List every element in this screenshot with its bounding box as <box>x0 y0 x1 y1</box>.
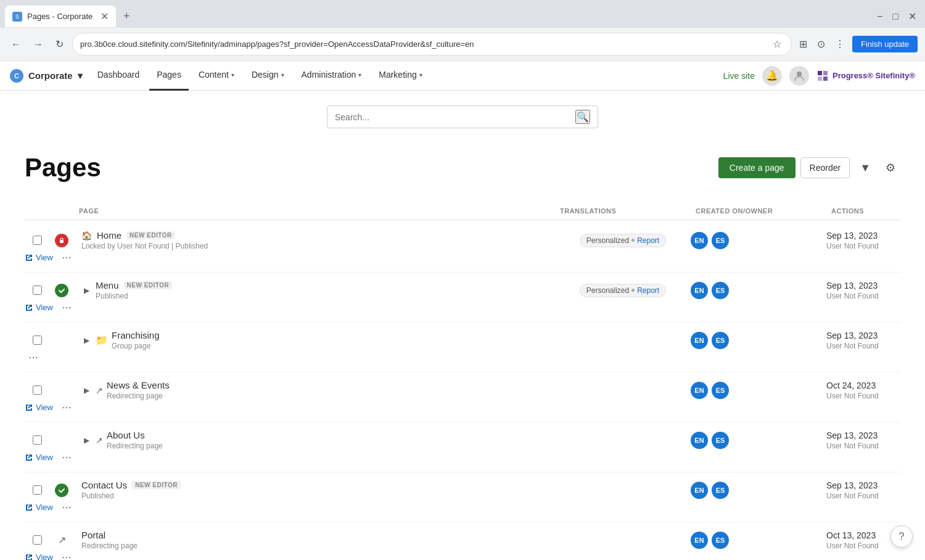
more-actions-2[interactable]: ⋯ <box>58 300 75 315</box>
page-name-col-4: News & Events Redirecting page <box>107 380 170 400</box>
table-row: ↗ Portal Redirecting page EN ES Oct 13, … <box>25 522 900 560</box>
minimize-icon[interactable]: − <box>873 9 886 25</box>
marketing-arrow-icon: ▾ <box>419 72 422 78</box>
nav-item-administration[interactable]: Administration ▾ <box>294 61 369 91</box>
settings-icon[interactable]: ⚙ <box>881 156 900 179</box>
more-actions-3[interactable]: ⋯ <box>25 350 42 364</box>
redirect-icon-5: ↗ <box>96 435 103 445</box>
nav-right: Live site 🔔 Progress® Sitefinity® <box>723 66 915 86</box>
search-input[interactable] <box>335 112 575 122</box>
close-tab-icon[interactable]: ✕ <box>101 10 109 22</box>
page-title: Pages <box>25 153 101 183</box>
row-checkbox-5[interactable] <box>25 435 49 445</box>
lang-es-badge-6[interactable]: ES <box>712 482 729 499</box>
row-checkbox-4[interactable] <box>25 385 49 395</box>
expand-franchising-button[interactable]: ▶ <box>81 335 92 346</box>
created-col-3: Sep 13, 2023 User Not Found <box>826 331 900 350</box>
created-col-5: Sep 13, 2023 User Not Found <box>826 430 900 450</box>
more-actions-7[interactable]: ⋯ <box>58 550 75 560</box>
view-link-7[interactable]: View <box>25 553 53 560</box>
new-tab-button[interactable]: + <box>118 5 135 28</box>
extensions-icon[interactable]: ⊞ <box>797 36 810 52</box>
reorder-button[interactable]: Reorder <box>800 157 850 178</box>
created-col-6: Sep 13, 2023 User Not Found <box>826 480 900 500</box>
pages-header: Pages Create a page Reorder ▼ ⚙ <box>25 138 900 202</box>
help-button[interactable]: ? <box>890 525 913 548</box>
live-site-link[interactable]: Live site <box>723 71 755 81</box>
redirect-page-icon-7: ↗ <box>58 534 66 546</box>
table-row: ▶ ↗ About Us Redirecting page EN ES Sep … <box>25 422 900 472</box>
more-actions-5[interactable]: ⋯ <box>58 450 75 464</box>
nav-item-dashboard[interactable]: Dashboard <box>90 61 147 91</box>
brand-icon: C <box>10 69 23 83</box>
row-checkbox-2[interactable] <box>25 286 49 295</box>
search-icon[interactable]: 🔍 <box>575 110 590 124</box>
notifications-icon[interactable]: 🔔 <box>762 66 782 86</box>
row-checkbox-3[interactable] <box>25 336 49 345</box>
create-page-button[interactable]: Create a page <box>718 157 796 178</box>
page-name-col-7: Portal Redirecting page <box>81 530 138 550</box>
row-checkbox-6[interactable] <box>25 485 49 495</box>
lang-es-badge-7[interactable]: ES <box>712 532 729 549</box>
user-avatar[interactable] <box>789 66 809 86</box>
report-link-1[interactable]: Report <box>637 236 659 245</box>
lang-en-badge-6[interactable]: EN <box>691 482 708 499</box>
lang-en-badge-7[interactable]: EN <box>691 532 708 549</box>
profile-icon[interactable]: ⊙ <box>815 36 828 52</box>
nav-item-content[interactable]: Content ▾ <box>191 61 242 91</box>
view-link-6[interactable]: View <box>25 503 53 512</box>
lang-en-badge-2[interactable]: EN <box>691 282 708 299</box>
lang-en-badge-3[interactable]: EN <box>691 332 708 349</box>
lang-es-badge-5[interactable]: ES <box>712 432 729 449</box>
home-icon: 🏠 <box>81 231 92 241</box>
nav-item-pages[interactable]: Pages <box>149 61 189 91</box>
active-tab[interactable]: S Pages - Corporate ✕ <box>5 6 116 27</box>
forward-button[interactable]: → <box>30 36 47 52</box>
expand-menu-button[interactable]: ▶ <box>81 285 92 296</box>
lang-en-badge[interactable]: EN <box>691 232 708 249</box>
svg-rect-5 <box>60 240 64 243</box>
settings-menu-icon[interactable]: ⋮ <box>832 36 847 52</box>
lang-es-badge[interactable]: ES <box>712 232 729 249</box>
admin-arrow-icon: ▾ <box>358 72 361 78</box>
lang-es-badge-2[interactable]: ES <box>712 282 729 299</box>
more-actions-1[interactable]: ⋯ <box>58 250 75 265</box>
lang-en-badge-5[interactable]: EN <box>691 432 708 449</box>
row-page-info-7: Portal Redirecting page <box>74 530 555 550</box>
redirect-icon-4: ↗ <box>96 385 103 395</box>
table-row: 🏠 Home NEW EDITOR Locked by User Not Fou… <box>25 223 900 273</box>
refresh-button[interactable]: ↻ <box>52 36 67 52</box>
created-col-7: Oct 13, 2023 User Not Found <box>826 530 900 550</box>
view-link-2[interactable]: View <box>25 303 53 312</box>
nav-item-marketing[interactable]: Marketing ▾ <box>371 61 429 91</box>
th-translations: TRANSLATIONS <box>555 207 691 215</box>
locked-status-icon <box>55 234 68 247</box>
lang-en-badge-4[interactable]: EN <box>691 382 708 399</box>
row-checkbox-1[interactable] <box>25 236 49 245</box>
maximize-icon[interactable]: □ <box>889 9 902 25</box>
actions-col-7: View ⋯ <box>25 550 49 560</box>
filter-icon[interactable]: ▼ <box>855 157 876 179</box>
expand-about-button[interactable]: ▶ <box>81 435 92 446</box>
th-created: CREATED ON/OWNER <box>691 207 826 215</box>
expand-news-button[interactable]: ▶ <box>81 385 92 396</box>
browser-chrome: S Pages - Corporate ✕ + − □ ✕ ← → ↻ pro.… <box>0 0 925 61</box>
nav-item-design[interactable]: Design ▾ <box>244 61 292 91</box>
view-link-5[interactable]: View <box>25 453 53 462</box>
dot-separator-2 <box>631 289 635 292</box>
view-link-4[interactable]: View <box>25 403 53 412</box>
view-link-1[interactable]: View <box>25 253 53 262</box>
brand-logo[interactable]: C Corporate ▾ <box>10 69 83 83</box>
finish-update-button[interactable]: Finish update <box>852 36 918 52</box>
lang-es-badge-4[interactable]: ES <box>712 382 729 399</box>
table-row: ▶ Menu NEW EDITOR Published Personalized… <box>25 273 900 323</box>
more-actions-6[interactable]: ⋯ <box>58 500 75 514</box>
lang-es-badge-3[interactable]: ES <box>712 332 729 349</box>
bookmark-icon[interactable]: ☆ <box>770 36 784 52</box>
close-window-icon[interactable]: ✕ <box>905 8 920 25</box>
back-button[interactable]: ← <box>7 36 25 52</box>
more-actions-4[interactable]: ⋯ <box>58 400 75 414</box>
row-checkbox-7[interactable] <box>25 535 49 545</box>
report-link-2[interactable]: Report <box>637 286 659 295</box>
progress-sitefinity-logo: Progress® Sitefinity® <box>816 70 915 82</box>
